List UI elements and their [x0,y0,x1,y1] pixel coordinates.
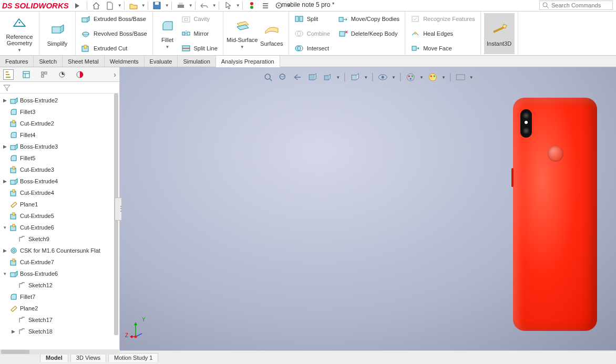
display-tab[interactable] [75,69,85,80]
zoom-fit-button[interactable] [262,71,274,83]
feature-sketch18[interactable]: ▶Sketch18 [0,326,119,337]
recognize-button[interactable]: Recognize Features [408,13,477,25]
tab-simulation[interactable]: Simulation [178,56,215,67]
display-style-button[interactable] [349,71,361,83]
options-list-button[interactable] [260,1,271,11]
feature-boss-extrude2[interactable]: ▶Boss-Extrude2 [0,95,119,106]
intersect-button[interactable]: Intersect [292,42,332,55]
view-settings-button[interactable] [455,71,466,83]
scene-button[interactable] [427,71,438,83]
search-input[interactable] [551,2,604,8]
movecopy-button[interactable]: Move/Copy Bodies [336,13,402,25]
open-button[interactable] [128,1,139,11]
tab-analysis-preparation[interactable]: Analysis Preparation [216,56,280,67]
feature-sketch17[interactable]: Sketch17 [0,314,119,326]
expand-icon[interactable]: ▾ [2,225,7,230]
feature-csk-for-m1-6-countersunk-flat[interactable]: ▶CSK for M1.6 Countersunk Flat [0,245,119,256]
feature-plane2[interactable]: Plane2 [0,303,119,314]
cavity-button[interactable]: Cavity [179,13,220,25]
surfaces-button[interactable]: Surfaces [258,13,285,54]
home-button[interactable] [90,1,102,11]
fillet-button[interactable]: Fillet ▼ [156,13,179,54]
section-view-button[interactable] [306,71,318,83]
hide-show-button[interactable] [377,71,388,83]
tab-sketch[interactable]: Sketch [34,56,63,67]
new-button[interactable] [104,1,116,11]
property-tab[interactable] [21,69,32,80]
extruded-boss-button[interactable]: Extruded Boss/Base [79,13,149,25]
appearance-button[interactable] [405,71,416,83]
panel-splitter[interactable] [115,197,122,221]
feature-boss-extrude6[interactable]: ▾Boss-Extrude6 [0,268,119,279]
new-dropdown-icon[interactable]: ▼ [118,3,121,8]
moveface-button[interactable]: Move Face [408,42,477,55]
expand-icon[interactable]: ▶ [2,179,7,184]
zoom-area-button[interactable] [277,71,289,83]
orientation-triad[interactable]: Y Z [129,320,150,341]
feature-cut-extrude6[interactable]: ▾Cut-Extrude6 [0,222,119,233]
chevron-down-icon[interactable]: ▼ [392,75,396,80]
print-button[interactable] [175,1,187,11]
select-dropdown-icon[interactable]: ▼ [236,3,239,8]
dimxpert-tab[interactable] [57,69,67,80]
expand-icon[interactable]: ▶ [2,98,7,103]
prev-view-button[interactable] [292,71,303,83]
tab-features[interactable]: Features [0,56,34,67]
simplify-button[interactable]: Simplify [43,13,72,54]
expand-icon[interactable]: ▶ [11,329,16,334]
expand-icon[interactable]: ▾ [2,271,7,276]
chevron-down-icon[interactable]: ▼ [419,75,424,80]
feature-sketch12[interactable]: Sketch12 [0,279,119,291]
save-button[interactable] [151,1,163,11]
feature-fillet7[interactable]: Fillet7 [0,291,119,303]
instant3d-button[interactable]: Instant3D [484,13,515,54]
extruded-cut-button[interactable]: Extruded Cut [79,42,149,55]
combine-button[interactable]: Combine [292,27,332,40]
select-button[interactable] [222,1,234,11]
tab-weldments[interactable]: Weldments [105,56,145,67]
healedges-button[interactable]: Heal Edges [408,27,477,40]
config-tab[interactable] [39,69,49,80]
feature-cut-extrude5[interactable]: Cut-Extrude5 [0,210,119,222]
tab-evaluate[interactable]: Evaluate [145,56,178,67]
split-button[interactable]: Split [292,13,332,25]
feature-cut-extrude4[interactable]: Cut-Extrude4 [0,187,119,199]
undo-button[interactable] [199,1,210,11]
chevron-down-icon[interactable]: ▼ [469,75,474,80]
feature-tree-tab[interactable] [3,69,14,80]
midsurface-button[interactable]: Mid-Surface ▼ [227,13,258,54]
feature-plane1[interactable]: Plane1 [0,199,119,210]
undo-dropdown-icon[interactable]: ▼ [212,3,215,8]
search-commands[interactable] [539,1,613,10]
expand-icon[interactable]: ▶ [2,144,7,149]
graphics-viewport[interactable]: ▼ ▼ ▼ ▼ ▼ ▼ Y Z [120,67,616,350]
chevron-down-icon[interactable]: ▼ [364,75,368,80]
expand-icon[interactable]: ▶ [2,248,7,253]
mirror-button[interactable]: Mirror [179,27,220,40]
feature-fillet4[interactable]: Fillet4 [0,129,119,141]
print-dropdown-icon[interactable]: ▼ [189,3,192,8]
tree-hscroll[interactable] [0,349,120,355]
panel-expand-icon[interactable]: › [114,70,116,79]
feature-cut-extrude7[interactable]: Cut-Extrude7 [0,256,119,268]
feature-fillet3[interactable]: Fillet3 [0,106,119,118]
save-dropdown-icon[interactable]: ▼ [165,3,168,8]
splitline-button[interactable]: Split Line [179,42,220,55]
chevron-down-icon[interactable]: ▼ [336,75,340,80]
tab-sheet-metal[interactable]: Sheet Metal [63,56,105,67]
view-orient-button[interactable] [321,71,333,83]
open-dropdown-icon[interactable]: ▼ [141,3,145,8]
reference-geometry-button[interactable]: Reference Geometry ▼ [3,13,36,54]
feature-fillet5[interactable]: Fillet5 [0,152,119,164]
feature-sketch9[interactable]: Sketch9 [0,233,119,245]
menu-expand-icon[interactable] [75,3,79,8]
deletekeep-button[interactable]: Delete/Keep Body [336,27,402,40]
feature-cut-extrude3[interactable]: Cut-Extrude3 [0,164,119,175]
revolved-boss-button[interactable]: Revolved Boss/Base [79,27,149,40]
feature-boss-extrude3[interactable]: ▶Boss-Extrude3 [0,141,119,152]
feature-boss-extrude4[interactable]: ▶Boss-Extrude4 [0,175,119,187]
feature-filter[interactable] [0,82,119,93]
chevron-down-icon[interactable]: ▼ [442,75,446,80]
rebuild-button[interactable] [246,1,258,11]
feature-cut-extrude2[interactable]: Cut-Extrude2 [0,118,119,129]
